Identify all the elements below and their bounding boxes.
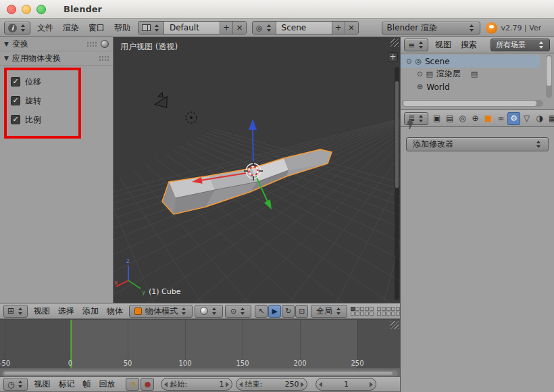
properties-tab-data[interactable]: ▽: [520, 112, 533, 125]
properties-tab-world[interactable]: ⊕: [469, 112, 482, 125]
delete-scene-button[interactable]: ×: [345, 22, 358, 34]
panel-sphere-icon[interactable]: [101, 40, 109, 48]
menu-help[interactable]: 帮助: [109, 19, 135, 36]
scene-selector[interactable]: ◎ Scene + ×: [252, 21, 359, 34]
properties-tab-object[interactable]: ■: [482, 112, 495, 125]
add-layout-button[interactable]: +: [220, 22, 233, 34]
properties-tab-scene[interactable]: ◎: [456, 112, 469, 125]
screen-layout-selector[interactable]: Default + ×: [138, 21, 247, 34]
editor-type-button-timeline[interactable]: ◷: [3, 378, 28, 391]
region-grip-icon[interactable]: [391, 321, 399, 329]
viewport-scrollbar[interactable]: [395, 67, 399, 300]
render-layers-icon[interactable]: ▤: [471, 70, 478, 78]
delete-layout-button[interactable]: ×: [233, 22, 246, 34]
layer-cell[interactable]: [360, 312, 364, 316]
render-engine-select[interactable]: Blender 渲染: [382, 22, 480, 34]
close-button[interactable]: [7, 5, 16, 14]
scene-dropdown[interactable]: ◎: [253, 22, 276, 34]
orientation-selector[interactable]: 全局: [311, 305, 347, 318]
checkbox-location[interactable]: ✓: [11, 77, 20, 87]
disclosure-icon[interactable]: ⊙: [417, 70, 422, 78]
layer-cell[interactable]: [370, 312, 374, 316]
outliner-menu-view[interactable]: 视图: [430, 37, 456, 53]
scene-name-field[interactable]: Scene: [276, 22, 332, 34]
outliner-vertical-scrollbar[interactable]: [546, 55, 552, 98]
editor-type-button-3dview[interactable]: ⊞: [3, 305, 28, 318]
display-filter-select[interactable]: 所有场景: [490, 39, 550, 51]
region-grip-icon[interactable]: [391, 39, 399, 47]
layout-name-field[interactable]: Default: [163, 22, 220, 34]
viewport-shading-selector[interactable]: [195, 305, 223, 318]
layer-cell[interactable]: [370, 307, 374, 311]
layer-cell[interactable]: [365, 307, 369, 311]
timeline-menu-playback[interactable]: 回放: [95, 377, 119, 391]
maximize-button[interactable]: [36, 5, 46, 14]
menu-file[interactable]: 文件: [32, 19, 58, 36]
outliner-horizontal-scrollbar[interactable]: [402, 100, 543, 107]
properties-tab-render[interactable]: ▣: [430, 112, 443, 125]
current-frame-field[interactable]: 1: [316, 378, 376, 391]
outliner-item-world[interactable]: ⊕World: [401, 80, 540, 93]
properties-tab-modifiers[interactable]: ⚙: [507, 112, 520, 125]
layer-cell[interactable]: [355, 307, 359, 311]
menu-render[interactable]: 渲染: [58, 19, 84, 36]
layer-cell[interactable]: [355, 312, 359, 316]
properties-region-expand-button[interactable]: +: [388, 52, 398, 62]
translate-manipulator-button[interactable]: ▶: [268, 305, 281, 318]
preview-range-button[interactable]: ◔: [126, 378, 139, 391]
layout-dropdown[interactable]: [138, 22, 163, 34]
outliner-item-render-layers[interactable]: ⊙▤渲染层▤: [401, 68, 540, 80]
drag-dots-icon[interactable]: [86, 41, 97, 47]
timeline-menu-view[interactable]: 视图: [30, 377, 54, 391]
editor-type-button-info[interactable]: i: [4, 22, 30, 34]
outliner-menu-search[interactable]: 搜索: [456, 37, 482, 53]
layer-cell[interactable]: [386, 312, 391, 316]
pin-icon[interactable]: [407, 120, 413, 126]
add-modifier-select[interactable]: 添加修改器: [406, 137, 549, 151]
viewport-menu-select[interactable]: 选择: [54, 303, 78, 318]
disclosure-icon[interactable]: ⊙: [406, 57, 411, 65]
panel-apply-object-transform[interactable]: ▼ 应用物体变换: [0, 51, 113, 66]
timeline-menu-frame[interactable]: 帧: [78, 377, 95, 391]
viewport-menu-view[interactable]: 视图: [30, 303, 54, 318]
start-frame-field[interactable]: 起始: 1: [161, 378, 232, 391]
minimize-button[interactable]: [22, 5, 31, 14]
layer-cell[interactable]: [351, 307, 355, 311]
rotate-manipulator-button[interactable]: ↻: [282, 305, 295, 318]
mode-selector[interactable]: 物体模式: [129, 305, 193, 318]
layer-cell[interactable]: [351, 312, 355, 316]
layer-cell[interactable]: [377, 312, 381, 316]
layer-cell[interactable]: [382, 312, 386, 316]
properties-tab-constraints[interactable]: ∞: [495, 112, 507, 125]
outliner-item-scene[interactable]: ⊙◎Scene: [401, 55, 540, 68]
panel-transform[interactable]: ▼ 变换: [0, 37, 113, 51]
panel-expand-icon[interactable]: ▼: [4, 41, 9, 47]
checkbox-scale[interactable]: ✓: [11, 115, 20, 124]
viewport-canvas[interactable]: z x y: [114, 37, 400, 303]
layer-cell[interactable]: [391, 312, 395, 316]
titlebar[interactable]: Blender: [0, 0, 554, 19]
editor-type-button-outliner[interactable]: ≡: [404, 39, 428, 51]
layer-cell[interactable]: [382, 307, 386, 311]
manipulator-toggle-button[interactable]: ↖: [255, 305, 268, 318]
layer-cell[interactable]: [391, 307, 395, 311]
checkbox-row-location[interactable]: ✓位移: [11, 72, 113, 91]
viewport-menu-object[interactable]: 物体: [103, 303, 127, 318]
pivot-center-selector[interactable]: ⊙: [225, 305, 251, 318]
end-frame-field[interactable]: 结束: 250: [236, 378, 307, 391]
panel-expand-icon[interactable]: ▼: [4, 55, 9, 62]
record-button[interactable]: ●: [141, 378, 154, 391]
properties-tab-texture[interactable]: ▦: [546, 112, 554, 125]
timeline-canvas[interactable]: -50050100150200250: [0, 319, 400, 368]
layer-cell[interactable]: [386, 307, 391, 311]
timeline-menu-marker[interactable]: 标记: [54, 377, 78, 391]
checkbox-row-rotation[interactable]: ✓旋转: [11, 91, 113, 110]
properties-tab-material[interactable]: ◑: [533, 112, 546, 125]
drag-dots-icon[interactable]: [99, 55, 109, 62]
checkbox-rotation[interactable]: ✓: [11, 96, 20, 105]
layer-cell[interactable]: [377, 307, 381, 311]
menu-window[interactable]: 窗口: [84, 19, 109, 36]
add-scene-button[interactable]: +: [332, 22, 345, 34]
layer-cell[interactable]: [365, 312, 369, 316]
viewport-menu-add[interactable]: 添加: [78, 303, 103, 318]
